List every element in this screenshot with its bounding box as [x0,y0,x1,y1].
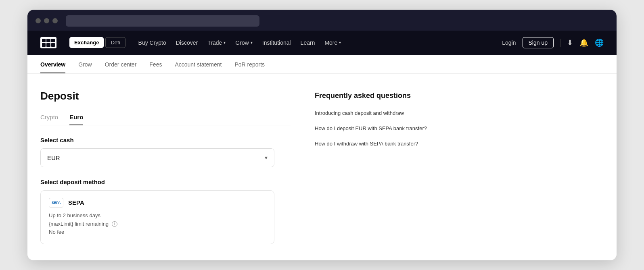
sub-nav: Overview Grow Order center Fees Account … [27,55,617,74]
faq-section: Frequently asked questions Introducing c… [315,90,428,244]
logo-icon [40,37,56,48]
euro-tab[interactable]: Euro [69,114,83,125]
trade-link[interactable]: Trade ▾ [207,39,226,46]
sepa-header: SEPA SEPA [49,198,266,208]
logo[interactable] [40,37,56,48]
sub-nav-grow[interactable]: Grow [78,55,92,73]
trade-chevron-icon: ▾ [224,40,226,45]
deposit-section: Deposit Crypto Euro Select cash EUR ▾ Se… [40,90,291,244]
login-button[interactable]: Login [502,39,516,46]
main-content: Deposit Crypto Euro Select cash EUR ▾ Se… [27,74,617,260]
bell-icon[interactable]: 🔔 [579,38,588,47]
faq-title: Frequently asked questions [315,91,428,100]
deposit-method-card[interactable]: SEPA SEPA Up to 2 business days {maxLimi… [40,190,274,244]
faq-item-2[interactable]: How do I deposit EUR with SEPA bank tran… [315,125,428,132]
faq-item-1[interactable]: Introducing cash deposit and withdraw [315,110,428,117]
sub-nav-por-reports[interactable]: PoR reports [234,55,265,73]
nav-divider [560,39,560,47]
select-cash-label: Select cash [40,137,291,143]
selected-currency: EUR [47,154,60,161]
defi-tab[interactable]: Defi [105,37,125,48]
sepa-detail-2: {maxLimit} limit remaining i [49,220,266,228]
dot-red [36,18,41,23]
nav-tabs: Exchange Defi [69,37,125,48]
currency-chevron-icon: ▾ [265,154,268,161]
nav-right: Login Sign up ⬇ 🔔 🌐 [502,37,604,48]
sub-nav-fees[interactable]: Fees [149,55,162,73]
crypto-tab[interactable]: Crypto [40,114,58,125]
select-deposit-method-label: Select deposit method [40,179,291,185]
browser-chrome [27,10,617,31]
grow-chevron-icon: ▾ [251,40,253,45]
globe-icon[interactable]: 🌐 [595,38,604,47]
sepa-name: SEPA [68,199,84,206]
download-icon[interactable]: ⬇ [567,38,573,47]
nav-links: Buy Crypto Discover Trade ▾ Grow ▾ Insti… [138,39,341,46]
dot-yellow [44,18,49,23]
browser-window: Exchange Defi Buy Crypto Discover Trade … [27,10,617,260]
discover-link[interactable]: Discover [176,39,198,46]
more-chevron-icon: ▾ [339,40,341,45]
navbar: Exchange Defi Buy Crypto Discover Trade … [27,31,617,55]
address-bar[interactable] [66,15,259,27]
deposit-tabs: Crypto Euro [40,114,291,125]
learn-link[interactable]: Learn [301,39,315,46]
sub-nav-account-statement[interactable]: Account statement [175,55,222,73]
buy-crypto-link[interactable]: Buy Crypto [138,39,166,46]
info-icon[interactable]: i [112,221,117,227]
traffic-lights [36,18,58,23]
dot-green [52,18,58,23]
sub-nav-overview[interactable]: Overview [40,55,65,73]
currency-select[interactable]: EUR ▾ [40,148,274,167]
faq-item-3[interactable]: How do I withdraw with SEPA bank transfe… [315,140,428,147]
sepa-detail-3: No fee [49,228,266,237]
exchange-tab[interactable]: Exchange [69,37,104,48]
institutional-link[interactable]: Institutional [262,39,291,46]
sepa-detail-1: Up to 2 business days [49,212,266,220]
grow-link[interactable]: Grow ▾ [235,39,252,46]
more-link[interactable]: More ▾ [324,39,341,46]
sepa-logo: SEPA [49,198,63,208]
signup-button[interactable]: Sign up [523,37,554,48]
deposit-title: Deposit [40,90,291,102]
sub-nav-order-center[interactable]: Order center [105,55,137,73]
